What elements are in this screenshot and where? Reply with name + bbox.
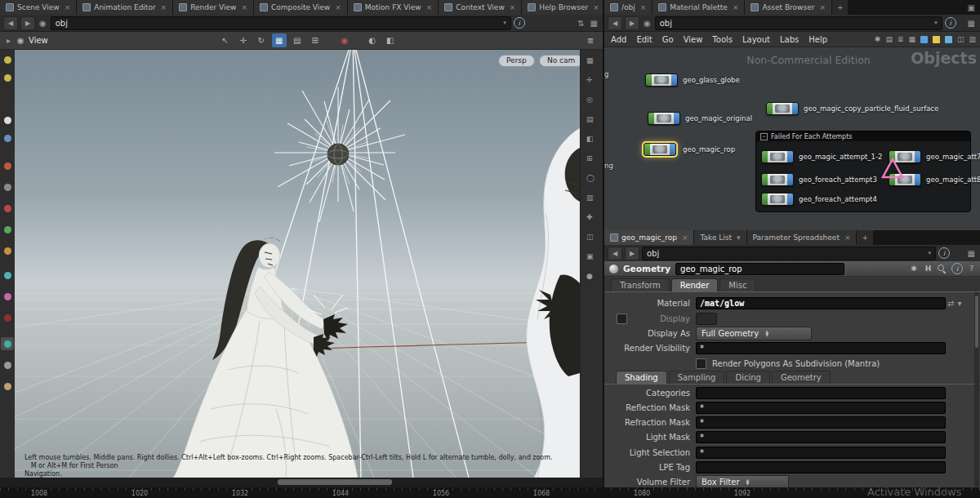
material-field[interactable]: /mat/glow xyxy=(696,297,946,309)
node-right-flag[interactable] xyxy=(792,103,798,114)
close-icon[interactable]: × xyxy=(161,3,167,11)
param-tab-geo-magic-rop[interactable]: geo_magic_rop× xyxy=(604,230,694,245)
path-combo[interactable]: obj ▾ xyxy=(655,16,942,30)
back-button[interactable]: ◀ xyxy=(608,16,622,30)
list-icon[interactable]: ≣ xyxy=(895,35,906,43)
pin-icon[interactable]: ◉ xyxy=(38,19,48,28)
subdivision-checkbox[interactable] xyxy=(696,358,706,369)
menu-add[interactable]: Add xyxy=(606,35,631,44)
node-right-flag[interactable] xyxy=(670,144,675,155)
pane-layout-icon[interactable]: ▦ xyxy=(589,19,599,28)
close-icon[interactable]: × xyxy=(426,3,433,11)
crosshair-icon[interactable]: ✛ xyxy=(586,76,593,84)
camera-icon[interactable]: ◎ xyxy=(586,96,593,104)
pane-layout-icon[interactable]: ▦ xyxy=(966,19,977,28)
path-combo[interactable]: obj ▾ xyxy=(642,247,936,260)
node-right-flag[interactable] xyxy=(915,151,920,162)
tab-dicing[interactable]: Dicing xyxy=(726,371,769,384)
categories-field[interactable] xyxy=(696,387,946,399)
node-body[interactable] xyxy=(652,74,671,86)
list-icon[interactable]: ▤ xyxy=(586,115,594,123)
node-body[interactable] xyxy=(654,113,674,124)
node-geo-magic-rop[interactable] xyxy=(644,143,676,156)
pane-tab-asset-browser[interactable]: Asset Browser× xyxy=(745,0,831,15)
close-icon[interactable]: × xyxy=(593,3,599,11)
shelf-tool-icon-11[interactable] xyxy=(1,290,14,303)
path-combo[interactable]: obj ▾ xyxy=(51,16,511,30)
viewport-3d-scene[interactable] xyxy=(15,50,580,478)
columns-icon[interactable]: ◫ xyxy=(955,35,967,43)
info-icon[interactable]: i xyxy=(951,263,963,274)
node-body[interactable] xyxy=(773,103,792,114)
shelf-tool-icon-9[interactable] xyxy=(1,244,14,257)
shelf-tool-icon-1[interactable] xyxy=(1,53,14,66)
op-swap-icon[interactable]: ⇄ xyxy=(946,299,956,308)
lock-icon[interactable] xyxy=(1,131,14,145)
pane-split-icon[interactable]: ⇅ xyxy=(576,19,586,28)
timeline-playbar[interactable]: 1008 1020 1032 1044 1056 1068 1080 1092 xyxy=(0,487,980,498)
close-icon[interactable]: × xyxy=(241,3,247,11)
node-right-flag[interactable] xyxy=(787,193,793,205)
menu-edit[interactable]: Edit xyxy=(631,35,657,44)
new-tab-button[interactable]: + xyxy=(832,0,849,15)
pane-tab-render-view[interactable]: Render View× xyxy=(173,0,254,15)
node-body[interactable] xyxy=(768,151,787,162)
node-body[interactable] xyxy=(768,174,787,185)
rotate-tool-icon[interactable]: ↻ xyxy=(254,33,269,47)
menu-labs[interactable]: Labs xyxy=(775,35,804,44)
tab-geometry[interactable]: Geometry xyxy=(772,371,831,384)
forward-button[interactable]: ▶ xyxy=(625,247,639,260)
snap-multi-icon[interactable]: ⊞ xyxy=(308,33,323,47)
shelf-tool-icon-5[interactable] xyxy=(1,159,14,172)
pane-tab-help-browser[interactable]: Help Browser× xyxy=(522,0,605,15)
tab-misc[interactable]: Misc xyxy=(719,278,755,291)
no-cam-button[interactable]: No cam xyxy=(539,55,583,67)
node-left-flag[interactable] xyxy=(646,74,652,86)
pane-tab-material-palette[interactable]: Material Palette× xyxy=(653,0,745,15)
node-left-flag[interactable] xyxy=(762,174,768,185)
reflection-mask-field[interactable]: * xyxy=(696,402,946,414)
menu-view[interactable]: View xyxy=(679,35,708,44)
columns-icon[interactable]: ◫ xyxy=(586,233,594,241)
close-icon[interactable]: × xyxy=(819,3,826,11)
info-icon[interactable]: i xyxy=(945,17,956,29)
close-icon[interactable]: × xyxy=(844,233,851,242)
half-shade-icon[interactable]: ◧ xyxy=(586,135,594,143)
snap-points-icon[interactable]: ▤ xyxy=(290,33,305,47)
light-mask-field[interactable]: * xyxy=(696,431,946,443)
select-arrow-icon[interactable] xyxy=(1,113,14,127)
layout-single-icon[interactable]: ▦ xyxy=(586,56,594,64)
rows-icon[interactable]: ▥ xyxy=(586,193,594,202)
search-icon[interactable] xyxy=(938,265,947,273)
shelf-tool-icon-12[interactable] xyxy=(1,311,14,324)
panes-icon[interactable]: ▤ xyxy=(883,35,895,43)
pin-icon[interactable]: ◉ xyxy=(642,19,653,28)
node-left-flag[interactable] xyxy=(644,144,650,155)
circle-icon[interactable]: ◯ xyxy=(586,174,595,182)
pane-layout-icon[interactable]: ▦ xyxy=(966,249,977,258)
shelf-tool-icon-6[interactable] xyxy=(1,180,14,193)
chevron-down-icon[interactable]: ▾ xyxy=(956,299,963,308)
node-geo-foreach-attempt4[interactable] xyxy=(761,193,794,206)
node-body[interactable] xyxy=(650,144,670,155)
close-icon[interactable]: × xyxy=(640,3,647,11)
node-left-flag[interactable] xyxy=(648,113,654,124)
close-icon[interactable]: × xyxy=(733,3,739,11)
dot-icon[interactable]: ● xyxy=(586,272,593,280)
menu-go[interactable]: Go xyxy=(657,35,679,44)
tab-transform[interactable]: Transform xyxy=(611,278,670,291)
back-button[interactable]: ◀ xyxy=(608,247,622,260)
grid-icon[interactable]: ▦ xyxy=(906,35,918,43)
menu-help[interactable]: Help xyxy=(804,35,832,44)
node-right-flag[interactable] xyxy=(787,174,793,185)
select-tool-icon[interactable]: ↖ xyxy=(218,33,233,47)
template-flag-icon[interactable] xyxy=(933,36,940,43)
light-selection-field[interactable]: * xyxy=(696,447,946,459)
persp-button[interactable]: Persp xyxy=(498,55,535,67)
wrench-icon[interactable]: ✱ xyxy=(872,35,884,43)
viewport-hscrollbar[interactable] xyxy=(0,478,603,487)
node-geo-foreach-attempt3[interactable] xyxy=(761,173,794,186)
refraction-mask-field[interactable]: * xyxy=(696,416,946,429)
pane-tab-composite-view[interactable]: Composite View× xyxy=(254,0,348,15)
tab-shading[interactable]: Shading xyxy=(616,371,667,384)
